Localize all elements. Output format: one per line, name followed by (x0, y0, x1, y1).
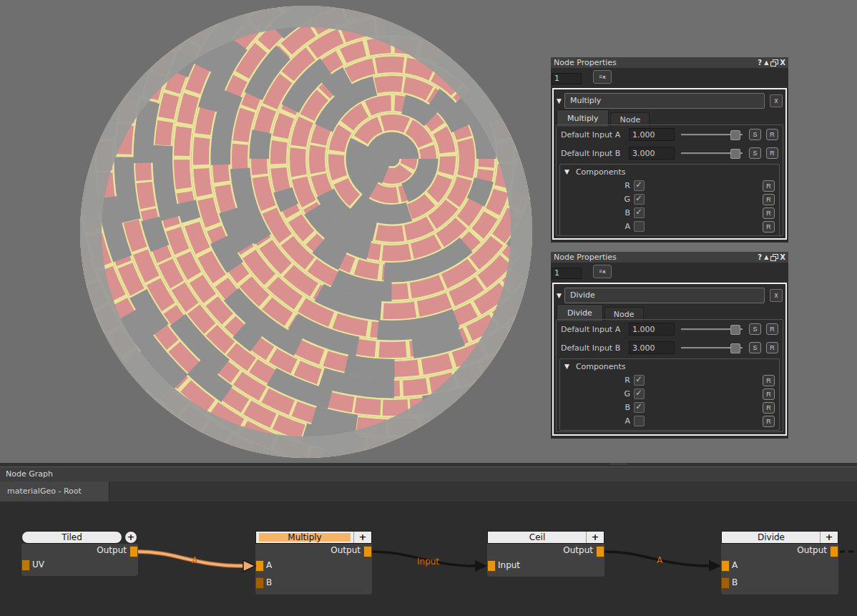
output-port[interactable] (830, 546, 838, 557)
float-window-icon[interactable] (770, 254, 778, 260)
pin-properties-button[interactable]: ≡x (593, 265, 612, 278)
add-node-button[interactable]: + (820, 532, 838, 543)
close-icon[interactable]: X (780, 58, 785, 67)
reset-button[interactable]: R (763, 402, 775, 414)
node-body[interactable]: Output A B (721, 544, 838, 595)
reset-button[interactable]: R (763, 221, 775, 233)
param-slider[interactable] (680, 324, 744, 334)
collapse-icon[interactable]: ▲ (764, 58, 768, 67)
param-slider[interactable] (680, 148, 744, 158)
node-body[interactable]: Output A B (255, 544, 372, 595)
reset-button[interactable]: R (763, 207, 775, 219)
float-window-icon[interactable] (770, 59, 778, 66)
node-body[interactable]: Output UV (21, 544, 138, 576)
reset-button[interactable]: R (766, 342, 778, 353)
pinned-count-input[interactable] (552, 73, 582, 84)
slider-handle[interactable] (730, 130, 740, 140)
help-icon[interactable]: ? (758, 253, 762, 262)
node-header[interactable]: Multiply + (255, 531, 372, 544)
components-header[interactable]: ▼ Components (560, 165, 779, 179)
slider-handle[interactable] (730, 343, 740, 353)
param-value-input[interactable] (629, 323, 675, 336)
reset-button[interactable]: R (766, 147, 778, 159)
set-button[interactable]: S (749, 147, 761, 159)
param-slider[interactable] (680, 129, 744, 140)
channel-checkbox[interactable] (634, 180, 645, 191)
node-multiply[interactable]: Multiply + Output A B (255, 531, 372, 595)
channel-checkbox[interactable] (634, 416, 645, 426)
remove-node-button[interactable]: x (770, 94, 783, 107)
set-button[interactable]: S (749, 342, 761, 353)
reset-button[interactable]: R (763, 416, 775, 427)
node-tiled[interactable]: Tiled + Output UV (21, 531, 138, 576)
node-header[interactable]: Ceil + (487, 531, 604, 544)
channel-checkbox[interactable] (634, 402, 645, 413)
set-button[interactable]: S (749, 323, 761, 335)
reset-button[interactable]: R (763, 180, 775, 192)
output-port[interactable] (129, 546, 138, 557)
channel-checkbox[interactable] (634, 221, 645, 232)
add-node-button[interactable]: + (586, 532, 604, 543)
collapse-icon[interactable]: ▲ (764, 253, 768, 262)
channel-checkbox[interactable] (634, 388, 645, 399)
add-node-button[interactable]: + (124, 531, 137, 544)
node-graph-canvas[interactable]: Tiled + Output UV Multiply + Output A B … (0, 502, 857, 616)
node-body[interactable]: Output Input (487, 544, 604, 577)
reset-button[interactable]: R (766, 129, 778, 140)
input-port-b[interactable] (255, 577, 264, 589)
input-port-a[interactable] (721, 560, 730, 572)
node-name-field[interactable]: Multiply (564, 93, 765, 109)
param-value-input[interactable] (629, 128, 675, 141)
panel-titlebar[interactable]: Node Properties ? ▲ X (551, 252, 788, 263)
node-divide[interactable]: Divide + Output A B (721, 531, 838, 595)
wire-ceil-to-divide[interactable] (604, 552, 710, 566)
channel-checkbox[interactable] (634, 375, 645, 386)
reset-button[interactable]: R (763, 388, 775, 400)
channel-checkbox[interactable] (634, 207, 645, 218)
param-label: Default Input A (561, 130, 624, 140)
reset-button[interactable]: R (763, 375, 775, 386)
reset-button[interactable]: R (763, 194, 775, 205)
add-node-button[interactable]: + (353, 532, 371, 543)
slider-handle[interactable] (730, 149, 740, 159)
param-value-input[interactable] (629, 341, 675, 354)
channel-row: B R (560, 206, 779, 220)
tab-materialgeo-root[interactable]: materialGeo - Root (0, 481, 109, 502)
reset-button[interactable]: R (766, 323, 778, 335)
set-button[interactable]: S (749, 129, 761, 140)
components-header[interactable]: ▼ Components (560, 359, 779, 373)
node-ceil[interactable]: Ceil + Output Input (487, 531, 604, 577)
pinned-count-input[interactable] (552, 268, 582, 279)
input-port-label: A (732, 560, 738, 570)
node-name-field[interactable]: Divide (564, 288, 765, 303)
pin-properties-button[interactable]: ≡x (593, 70, 612, 84)
input-port-b[interactable] (721, 577, 730, 589)
expander-icon[interactable]: ▼ (564, 363, 569, 370)
param-value-input[interactable] (629, 147, 675, 160)
param-slider[interactable] (680, 343, 744, 353)
remove-node-button[interactable]: x (770, 289, 783, 302)
node-header-label: Multiply (256, 532, 353, 543)
node-header[interactable]: Divide + (721, 531, 838, 544)
slider-handle[interactable] (730, 325, 740, 335)
input-port-a[interactable] (255, 560, 264, 572)
input-port-uv[interactable] (21, 559, 30, 571)
output-port-label: Output (97, 545, 127, 555)
expander-icon[interactable]: ▼ (564, 168, 569, 175)
wire-multiply-to-ceil[interactable] (372, 552, 476, 566)
expander-icon[interactable]: ▼ (557, 292, 562, 299)
output-port[interactable] (596, 546, 604, 557)
help-icon[interactable]: ? (758, 58, 762, 67)
panel-titlebar[interactable]: Node Properties ? ▲ X (551, 57, 788, 68)
node-header[interactable]: Tiled (21, 531, 122, 544)
channel-checkbox[interactable] (634, 194, 645, 205)
node-graph-titlebar[interactable]: Node Graph (0, 466, 857, 481)
output-port[interactable] (363, 546, 372, 557)
channel-label: G (564, 389, 634, 399)
expander-icon[interactable]: ▼ (557, 97, 562, 104)
channel-label: A (564, 222, 634, 231)
close-icon[interactable]: X (780, 253, 785, 262)
channel-label: A (564, 416, 634, 426)
input-port[interactable] (487, 560, 496, 572)
wire-tiled-to-multiply[interactable] (138, 552, 244, 566)
